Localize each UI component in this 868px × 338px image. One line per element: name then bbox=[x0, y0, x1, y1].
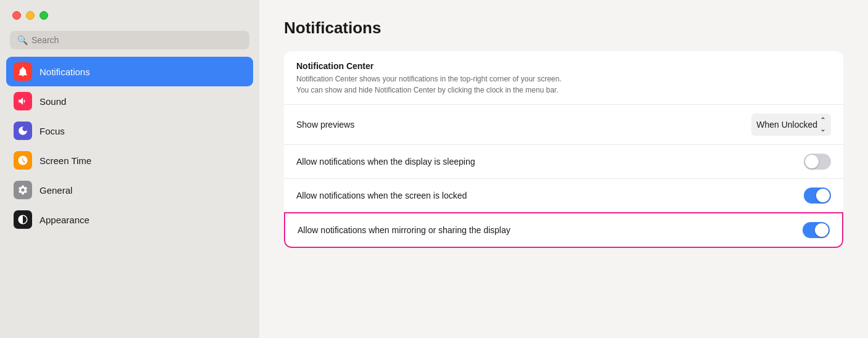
screen-locked-row: Allow notifications when the screen is l… bbox=[284, 178, 843, 212]
page-title: Notifications bbox=[284, 19, 843, 38]
display-sleeping-label: Allow notifications when the display is … bbox=[296, 157, 475, 167]
search-icon: 🔍 bbox=[17, 35, 28, 45]
sidebar-item-notifications[interactable]: Notifications bbox=[6, 57, 253, 86]
maximize-button[interactable] bbox=[40, 11, 48, 20]
focus-icon bbox=[14, 122, 32, 140]
show-previews-label: Show previews bbox=[296, 120, 354, 130]
appearance-icon bbox=[14, 210, 32, 229]
display-sleeping-toggle[interactable] bbox=[804, 154, 831, 170]
traffic-lights bbox=[0, 0, 259, 28]
sidebar-item-focus[interactable]: Focus bbox=[6, 116, 253, 146]
card-header: Notification Center Notification Center … bbox=[284, 51, 843, 96]
sidebar-item-sound[interactable]: Sound bbox=[6, 86, 253, 116]
sidebar-items: Notifications Sound Focus bbox=[0, 56, 259, 236]
sidebar-item-appearance[interactable]: Appearance bbox=[6, 205, 253, 234]
sidebar-item-label-appearance: Appearance bbox=[40, 215, 90, 225]
mirroring-toggle[interactable] bbox=[803, 222, 830, 238]
screen-locked-label: Allow notifications when the screen is l… bbox=[296, 191, 467, 200]
sidebar-item-screentime[interactable]: Screen Time bbox=[6, 146, 253, 175]
notification-center-card: Notification Center Notification Center … bbox=[284, 51, 843, 248]
sidebar-item-general[interactable]: General bbox=[6, 175, 253, 205]
search-input[interactable] bbox=[31, 35, 242, 45]
sidebar-item-label-screentime: Screen Time bbox=[40, 155, 91, 166]
show-previews-value: When Unlocked bbox=[756, 120, 817, 130]
screentime-icon bbox=[14, 151, 32, 170]
notification-center-desc: Notification Center shows your notificat… bbox=[296, 73, 831, 96]
close-button[interactable] bbox=[12, 11, 21, 20]
notification-center-title: Notification Center bbox=[296, 61, 831, 71]
mirroring-row: Allow notifications when mirroring or sh… bbox=[284, 212, 843, 248]
sound-icon bbox=[14, 92, 32, 110]
screen-locked-toggle[interactable] bbox=[804, 188, 831, 204]
chevron-updown-icon: ⌃⌄ bbox=[820, 116, 826, 133]
sidebar-item-label-focus: Focus bbox=[40, 126, 65, 136]
search-bar: 🔍 bbox=[10, 31, 249, 49]
general-icon bbox=[14, 181, 32, 199]
sidebar-item-label-notifications: Notifications bbox=[40, 67, 90, 77]
sidebar-item-label-general: General bbox=[40, 185, 72, 196]
sidebar: 🔍 Notifications Sound bbox=[0, 0, 259, 338]
notifications-icon bbox=[14, 62, 32, 81]
display-sleeping-row: Allow notifications when the display is … bbox=[284, 144, 843, 178]
sidebar-item-label-sound: Sound bbox=[40, 96, 66, 107]
show-previews-row: Show previews When Unlocked ⌃⌄ bbox=[284, 104, 843, 144]
show-previews-select[interactable]: When Unlocked ⌃⌄ bbox=[751, 113, 831, 136]
main-content: Notifications Notification Center Notifi… bbox=[259, 0, 868, 338]
mirroring-label: Allow notifications when mirroring or sh… bbox=[298, 225, 511, 235]
minimize-button[interactable] bbox=[26, 11, 35, 20]
